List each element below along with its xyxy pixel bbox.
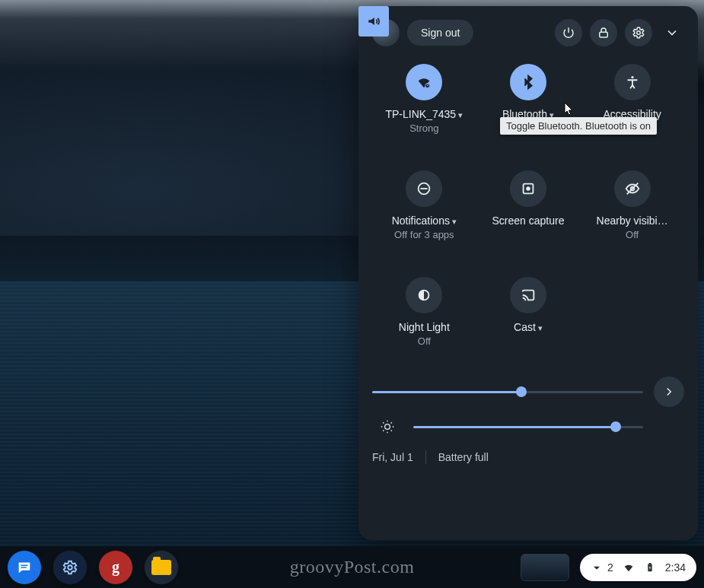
visibility-off-icon: [614, 170, 651, 207]
footer-date: Fri, Jul 1: [372, 451, 413, 463]
svg-point-12: [385, 424, 390, 430]
tile-cast[interactable]: Cast: [476, 272, 581, 370]
quick-settings-panel: Sign out TP-LINK_7435 Strong Bluetooth: [358, 6, 698, 540]
footer-divider: [425, 450, 426, 464]
holding-space-thumbnail[interactable]: [521, 554, 569, 581]
app-settings[interactable]: [53, 551, 87, 584]
tile-notifications-sub: Off for 3 apps: [394, 229, 454, 240]
audio-settings-arrow-icon[interactable]: [654, 377, 684, 407]
svg-point-8: [526, 186, 530, 191]
tray-battery-icon: [644, 561, 656, 574]
app-groovypost[interactable]: g: [99, 551, 132, 584]
volume-row: [372, 374, 684, 409]
tray-notifications[interactable]: 2: [591, 561, 613, 574]
night-light-icon: [406, 277, 442, 313]
shelf: g groovyPost.com 2 2:34: [0, 546, 704, 588]
svg-point-15: [68, 565, 72, 570]
panel-footer: Fri, Jul 1 Battery full: [372, 450, 684, 464]
svg-rect-3: [427, 85, 428, 87]
status-tray[interactable]: 2 2:34: [580, 554, 696, 581]
watermark: groovyPost.com: [290, 557, 415, 577]
tile-nearby-visibility[interactable]: Nearby visibi… Off: [580, 166, 684, 263]
accessibility-icon: [614, 64, 651, 100]
tile-night-light-label: Night Light: [399, 321, 450, 334]
power-icon[interactable]: [555, 19, 582, 46]
tiles-grid: TP-LINK_7435 Strong Bluetooth On Accessi…: [372, 59, 684, 370]
footer-battery: Battery full: [438, 451, 489, 463]
cast-icon: [510, 277, 546, 313]
tile-cast-label: Cast: [514, 321, 543, 334]
sliders: [372, 374, 684, 444]
svg-point-4: [631, 76, 633, 78]
brightness-icon[interactable]: [372, 412, 403, 442]
tile-wifi-sub: Strong: [409, 122, 438, 134]
tile-wifi[interactable]: TP-LINK_7435 Strong: [372, 59, 476, 157]
shelf-right: 2 2:34: [521, 554, 696, 581]
gear-icon[interactable]: [625, 19, 652, 46]
brightness-row: [372, 409, 684, 444]
tile-notifications-label: Notifications: [392, 215, 457, 227]
tile-accessibility[interactable]: Accessibility: [580, 59, 684, 157]
tray-clock: 2:34: [665, 561, 686, 574]
notifications-icon: [406, 170, 442, 207]
svg-point-1: [637, 31, 641, 35]
tile-screen-capture-label: Screen capture: [492, 215, 565, 227]
tile-night-light-sub: Off: [418, 335, 431, 347]
tile-wifi-label: TP-LINK_7435: [385, 108, 463, 121]
svg-rect-17: [648, 563, 651, 564]
panel-header: Sign out: [372, 17, 684, 49]
collapse-icon[interactable]: [660, 21, 684, 45]
shelf-apps: g: [8, 551, 178, 584]
tray-notif-count: 2: [607, 561, 613, 574]
lock-icon[interactable]: [590, 19, 617, 46]
tile-night-light[interactable]: Night Light Off: [372, 272, 476, 370]
mouse-cursor: [564, 102, 575, 117]
volume-slider[interactable]: [372, 391, 643, 393]
screen-capture-icon: [510, 170, 546, 207]
tile-screen-capture[interactable]: Screen capture: [476, 166, 581, 263]
app-messages[interactable]: [8, 551, 41, 584]
tile-notifications[interactable]: Notifications Off for 3 apps: [372, 166, 476, 263]
tile-nearby-sub: Off: [626, 229, 639, 240]
svg-rect-0: [600, 32, 608, 37]
bluetooth-tooltip: Toggle Bluetooth. Bluetooth is on: [500, 117, 657, 135]
tile-nearby-label: Nearby visibi…: [597, 215, 668, 227]
bluetooth-icon: [510, 64, 546, 100]
brightness-slider[interactable]: [413, 426, 643, 428]
tray-wifi-icon: [623, 561, 635, 574]
wifi-icon: [406, 64, 442, 100]
app-files[interactable]: [145, 551, 178, 584]
sign-out-button[interactable]: Sign out: [407, 20, 473, 46]
volume-icon[interactable]: [358, 6, 389, 37]
